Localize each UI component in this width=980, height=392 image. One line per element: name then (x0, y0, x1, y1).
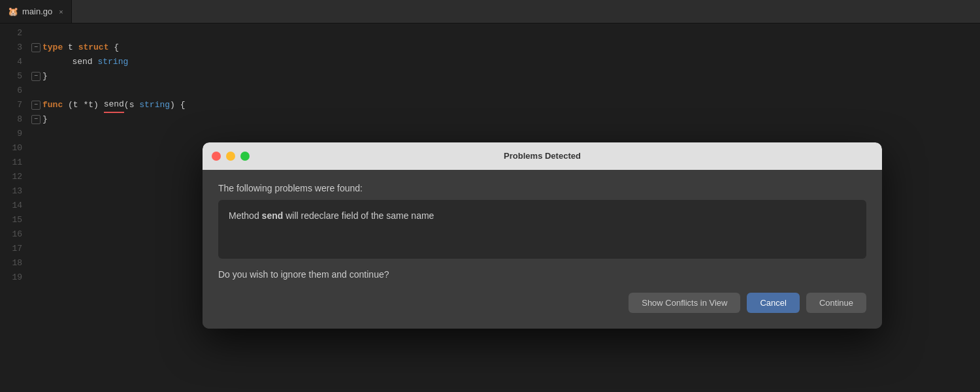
dialog-message-box: Method send will redeclare field of the … (218, 200, 866, 259)
message-bold-send: send (262, 210, 284, 221)
message-text-after: will redeclare field of the same name (283, 210, 434, 221)
dialog-overlay: Problems Detected The following problems… (0, 0, 980, 392)
dialog-minimize-button[interactable] (226, 152, 235, 161)
dialog-buttons: Show Conflicts in View Cancel Continue (218, 293, 866, 313)
problems-detected-dialog: Problems Detected The following problems… (203, 142, 882, 329)
dialog-maximize-button[interactable] (240, 152, 250, 161)
editor-container: 🐹 main.go × 2 3 4 5 6 7 8 9 10 11 12 13 … (0, 0, 980, 392)
continue-button[interactable]: Continue (806, 293, 866, 313)
dialog-body: The following problems were found: Metho… (203, 170, 882, 329)
cancel-button[interactable]: Cancel (747, 293, 799, 313)
dialog-titlebar: Problems Detected (203, 142, 882, 170)
dialog-close-button[interactable] (212, 152, 221, 161)
message-text-before: Method (229, 210, 262, 221)
show-conflicts-button[interactable]: Show Conflicts in View (629, 293, 740, 313)
dialog-intro: The following problems were found: (218, 183, 866, 193)
titlebar-buttons (212, 152, 250, 161)
dialog-question: Do you wish to ignore them and continue? (218, 269, 866, 280)
dialog-message: Method send will redeclare field of the … (229, 209, 856, 223)
dialog-title: Problems Detected (504, 151, 581, 161)
